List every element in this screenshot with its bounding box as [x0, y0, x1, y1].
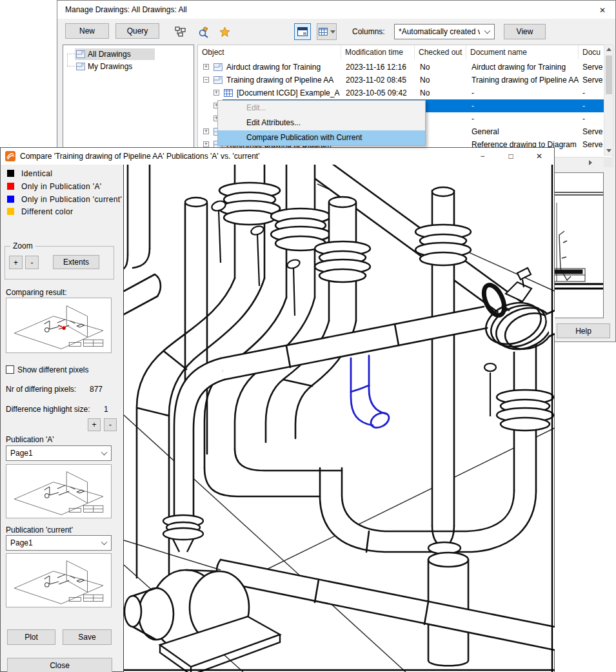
manage-window-title: Manage Drawings: All Drawings: All	[65, 5, 187, 14]
zoom-out-button[interactable]: -	[25, 256, 39, 269]
expander-icon[interactable]: +	[203, 128, 209, 134]
app-logo-icon	[5, 151, 15, 161]
scroll-thumb[interactable]	[606, 56, 612, 94]
cell-document-name: -	[472, 88, 579, 97]
drawing-icon	[76, 63, 85, 70]
cell-object: [Document ICGD] Example_A1	[237, 88, 340, 97]
publication-current-page-select[interactable]: Page1	[6, 535, 112, 551]
compare-window-titlebar: Compare 'Training drawing of Pipeline AA…	[1, 148, 554, 165]
view-button[interactable]: View	[504, 24, 546, 39]
tree-guide	[67, 54, 68, 66]
table-layout-icon	[319, 28, 328, 36]
tree-item-label: All Drawings	[88, 50, 131, 59]
piping-drawing	[124, 165, 555, 672]
highlight-size-label: Difference highlight size:	[6, 405, 90, 414]
expander-icon[interactable]: +	[214, 90, 219, 96]
comparing-result-thumbnail	[6, 298, 112, 353]
plot-button[interactable]: Plot	[7, 629, 55, 645]
hierarchy-view-button[interactable]	[172, 24, 188, 40]
cell-modification-time: 2023-11-02 08:45	[346, 76, 414, 85]
show-different-pixels-checkbox[interactable]	[6, 365, 14, 374]
tree-guide	[67, 54, 75, 54]
table-row[interactable]: + [Document ICGD] Example_A1 2023-10-05 …	[198, 87, 613, 99]
minimize-button[interactable]: −	[473, 148, 492, 164]
legend-label: Only in Publication 'A'	[21, 182, 102, 191]
scroll-down-icon[interactable]	[606, 149, 611, 152]
query-edit-icon	[198, 26, 210, 38]
table-layout-dropdown-arrow	[330, 30, 335, 34]
chevron-down-icon	[101, 539, 108, 545]
cell-document2: -	[582, 88, 604, 97]
expander-icon[interactable]: +	[203, 64, 209, 70]
cell-checked-out: No	[420, 76, 465, 85]
column-header-modification-time[interactable]: Modification time	[341, 45, 415, 59]
column-header-document-name[interactable]: Document name	[466, 45, 579, 59]
zoom-group-label: Zoom	[10, 241, 35, 250]
scroll-right-icon[interactable]	[589, 160, 592, 165]
table-row[interactable]: + Airduct drawing for Training 2023-11-1…	[198, 61, 613, 74]
menu-item-edit-attributes[interactable]: Edit Attributes...	[218, 116, 425, 130]
menu-item-compare-publication[interactable]: Compare Publication with Current	[218, 130, 425, 145]
expander-icon[interactable]: −	[203, 77, 209, 83]
close-compare-button[interactable]: Close	[7, 658, 112, 672]
legend-swatch-only-current	[7, 196, 14, 203]
favorites-button[interactable]	[217, 24, 232, 40]
close-button[interactable]: ✕	[530, 148, 549, 164]
menu-item-edit[interactable]: Edit...	[218, 101, 425, 116]
new-button[interactable]: New	[65, 23, 109, 39]
manage-window-titlebar: Manage Drawings: All Drawings: All ✕	[57, 1, 615, 19]
tree-item-my-drawings[interactable]: My Drawings	[75, 61, 168, 72]
expander-icon[interactable]: +	[203, 141, 209, 147]
publication-a-page-select[interactable]: Page1	[6, 445, 112, 461]
edit-query-button[interactable]	[195, 23, 213, 41]
cell-object: Airduct drawing for Training	[226, 63, 340, 72]
tree-guide	[67, 66, 75, 66]
tree-item-all-drawings[interactable]: All Drawings	[75, 48, 155, 60]
manage-close-button[interactable]: ✕	[593, 2, 612, 18]
columns-label: Columns:	[352, 27, 385, 36]
zoom-groupbox: Zoom + - Extents	[5, 246, 114, 280]
cell-modification-time: 2023-11-16 12:16	[346, 63, 414, 72]
scrollbar-corner	[604, 157, 613, 167]
maximize-button[interactable]: □	[501, 148, 521, 164]
chevron-down-icon	[101, 449, 108, 456]
legend-item-different-color: Different color	[1, 207, 123, 218]
legend-swatch-identical	[7, 170, 14, 177]
publication-current-page-value: Page1	[10, 538, 33, 547]
compare-drawing-canvas[interactable]	[123, 165, 554, 672]
preview-layout-icon	[297, 27, 308, 36]
cell-document2: Serve	[582, 127, 604, 136]
legend-label: Identical	[21, 169, 52, 178]
differing-pixels-value: 877	[90, 385, 103, 394]
legend-item-identical: Identical	[1, 169, 123, 179]
publication-a-page-value: Page1	[10, 449, 33, 458]
tree-item-label: My Drawings	[88, 62, 132, 71]
column-header-object[interactable]: Object	[198, 45, 341, 59]
scroll-up-icon[interactable]	[606, 48, 611, 51]
publication-current-label: Publication 'current'	[6, 525, 73, 535]
highlight-size-value: 1	[104, 405, 108, 414]
help-button[interactable]: Help	[557, 323, 610, 338]
zoom-in-button[interactable]: +	[9, 256, 23, 269]
query-button[interactable]: Query	[115, 23, 159, 39]
columns-combobox[interactable]: *Automatically created viev	[394, 24, 495, 39]
column-header-checked-out[interactable]: Checked out	[415, 45, 466, 59]
preview-layout-button[interactable]	[294, 23, 311, 40]
legend-item-only-current: Only in Publication 'current'	[1, 195, 123, 205]
table-row[interactable]: − Training drawing of Pipeline AA 2023-1…	[198, 74, 613, 87]
legend-label: Different color	[21, 207, 73, 216]
cell-checked-out: No	[420, 88, 465, 97]
zoom-extents-button[interactable]: Extents	[53, 255, 99, 269]
table-layout-button[interactable]	[317, 23, 337, 40]
highlight-size-decrease-button[interactable]: -	[104, 418, 117, 431]
cell-document-name: -	[472, 101, 579, 110]
cell-object: Training drawing of Pipeline AA	[226, 76, 340, 85]
cell-document2: -	[582, 114, 604, 123]
table-vscrollbar[interactable]	[604, 45, 613, 156]
save-button[interactable]: Save	[63, 629, 112, 645]
star-icon	[219, 26, 230, 37]
column-header-document2[interactable]: Docu	[579, 45, 603, 59]
cell-modification-time: 2023-10-05 09:42	[346, 88, 414, 97]
highlight-size-increase-button[interactable]: +	[88, 418, 101, 431]
legend-swatch-different-color	[7, 208, 14, 215]
